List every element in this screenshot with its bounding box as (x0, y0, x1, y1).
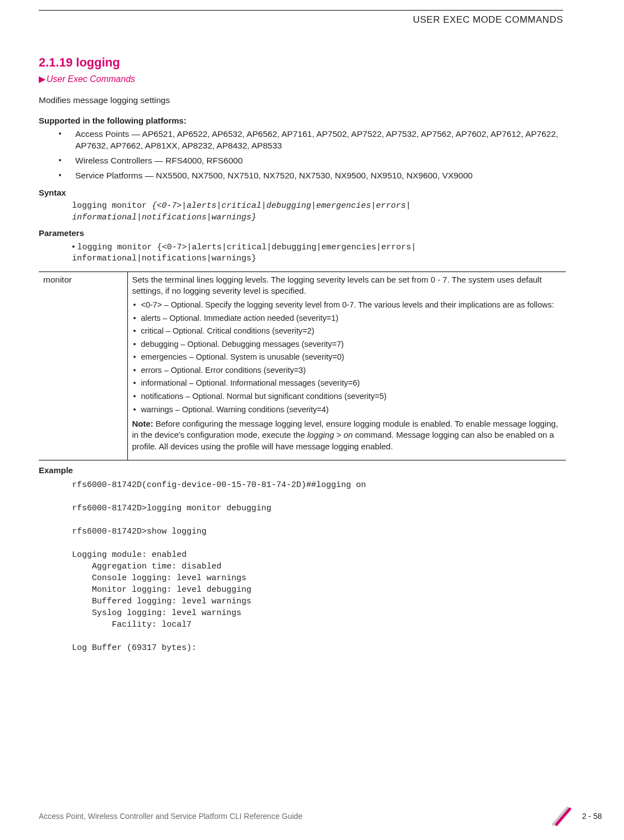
list-item: informational – Optional. Informational … (132, 378, 562, 389)
table-row: monitor Sets the terminal lines logging … (39, 272, 566, 460)
example-code: rfs6000-81742D(config-device-00-15-70-81… (72, 479, 566, 654)
note-command: logging > on (307, 430, 353, 439)
parameter-command: • logging monitor {<0-7>|alerts|critical… (72, 241, 566, 265)
list-item: notifications – Optional. Normal but sig… (132, 391, 562, 402)
intro-text: Modifies message logging settings (39, 95, 566, 106)
section-title: 2.1.19 logging (39, 54, 566, 71)
platforms-heading: Supported in the following platforms: (39, 115, 566, 126)
list-item: Service Platforms — NX5500, NX7500, NX75… (55, 170, 566, 182)
brand-logo-icon (551, 806, 572, 827)
platforms-list: Access Points — AP6521, AP6522, AP6532, … (55, 129, 566, 182)
page-number: 2 - 58 (582, 811, 602, 822)
list-item: Wireless Controllers — RFS4000, RFS6000 (55, 155, 566, 167)
note-label: Note: (132, 419, 153, 428)
running-header: USER EXEC MODE COMMANDS (0, 14, 563, 27)
page-footer: Access Point, Wireless Controller and Se… (39, 806, 602, 827)
parameters-heading: Parameters (39, 228, 566, 239)
list-item: Access Points — AP6521, AP6522, AP6532, … (55, 129, 566, 152)
breadcrumb-text: User Exec Commands (47, 74, 135, 84)
header-rule (39, 10, 563, 11)
list-item: alerts – Optional. Immediate action need… (132, 313, 562, 324)
parameters-table: monitor Sets the terminal lines logging … (39, 272, 566, 460)
breadcrumb[interactable]: ▶User Exec Commands (39, 73, 566, 85)
list-item: debugging – Optional. Debugging messages… (132, 339, 562, 350)
param-name: monitor (39, 272, 127, 460)
bullet-icon: • (72, 242, 77, 251)
page-content: 2.1.19 logging ▶User Exec Commands Modif… (39, 54, 566, 654)
list-item: errors – Optional. Error conditions (sev… (132, 365, 562, 376)
list-item: emergencies – Optional. System is unusab… (132, 352, 562, 363)
list-item: critical – Optional. Critical conditions… (132, 326, 562, 337)
param-fixed: logging monitor (77, 243, 157, 252)
syntax-code: logging monitor {<0-7>|alerts|critical|d… (72, 201, 566, 223)
arrow-icon: ▶ (39, 74, 45, 84)
footer-guide-title: Access Point, Wireless Controller and Se… (39, 811, 302, 822)
syntax-heading: Syntax (39, 187, 566, 198)
severity-list: <0-7> – Optional. Specify the logging se… (132, 300, 562, 415)
syntax-fixed: logging monitor (72, 201, 152, 211)
list-item: warnings – Optional. Warning conditions … (132, 404, 562, 416)
param-note: Note: Before configuring the message log… (132, 418, 562, 452)
list-item: <0-7> – Optional. Specify the logging se… (132, 300, 562, 311)
param-intro: Sets the terminal lines logging levels. … (132, 274, 562, 297)
param-description: Sets the terminal lines logging levels. … (127, 272, 566, 460)
example-heading: Example (39, 465, 566, 476)
